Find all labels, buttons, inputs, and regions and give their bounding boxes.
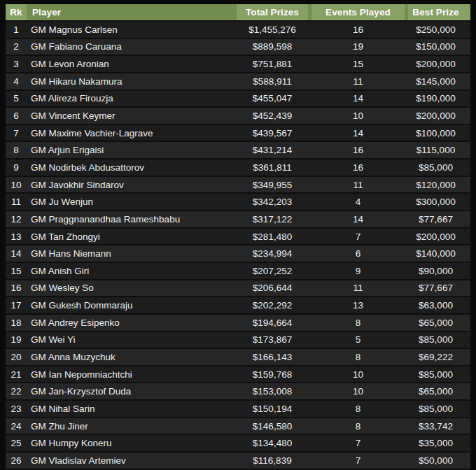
best-prize-cell: $85,000 [405,404,470,414]
column-header-total-prizes[interactable]: Total Prizes [237,4,308,20]
total-prizes-cell: $431,214 [237,145,308,155]
player-name-cell: GM Vladislav Artemiev [27,455,237,466]
best-prize-cell: $115,000 [405,145,470,155]
table-row[interactable]: 19GM Wei Yi$173,8675$85,000 [6,331,470,348]
total-prizes-cell: $361,811 [237,162,308,173]
player-name-cell: GM Levon Aronian [27,59,237,69]
rank-cell: 9 [6,162,27,173]
best-prize-cell: $69,222 [405,352,470,362]
best-prize-cell: $33,742 [405,421,470,432]
best-prize-cell: $250,000 [405,24,470,35]
player-name-cell: GM Magnus Carlsen [27,24,237,35]
column-header-player[interactable]: Player [27,4,237,20]
rank-cell: 15 [6,266,27,276]
events-played-cell: 5 [308,334,405,345]
table-row[interactable]: 4GM Hikaru Nakamura$588,91111$145,000 [6,72,470,90]
best-prize-cell: $300,000 [405,197,470,207]
player-name-cell: GM Anish Giri [27,266,237,276]
rank-cell: 10 [6,180,27,190]
best-prize-cell: $63,000 [405,300,470,311]
rank-cell: 16 [6,283,27,293]
best-prize-cell: $120,000 [405,180,470,190]
table-row[interactable]: 26GM Vladislav Artemiev$116,8397$50,000 [6,451,470,469]
player-name-cell: GM Fabiano Caruana [27,41,237,52]
total-prizes-cell: $317,122 [237,214,308,225]
events-played-cell: 11 [308,283,405,293]
total-prizes-cell: $751,881 [237,59,308,69]
table-row[interactable]: 16GM Wesley So$206,64411$77,667 [6,279,470,297]
events-played-cell: 10 [308,369,405,380]
table-row[interactable]: 13GM Tan Zhongyi$281,4807$200,000 [6,227,470,245]
events-played-cell: 16 [308,145,405,155]
rank-cell: 13 [6,232,27,242]
table-row[interactable]: 20GM Anna Muzychuk$166,1438$69,222 [6,348,470,365]
rank-cell: 14 [6,248,27,259]
events-played-cell: 13 [308,300,405,311]
table-row[interactable]: 12GM Praggnanandhaa Rameshbabu$317,12214… [6,210,470,227]
column-header-rank[interactable]: Rk [6,4,27,20]
events-played-cell: 10 [308,111,405,121]
total-prizes-cell: $452,439 [237,111,308,121]
rank-cell: 3 [6,59,27,69]
rank-cell: 21 [6,369,27,380]
rank-cell: 8 [6,145,27,155]
total-prizes-cell: $116,839 [237,455,308,466]
table-row[interactable]: 23GM Nihal Sarin$150,1948$85,000 [6,399,470,417]
column-header-events-played[interactable]: Events Played [308,4,405,20]
prize-table: Rk Player Total Prizes Events Played Bes… [6,4,470,469]
table-row[interactable]: 25GM Humpy Koneru$134,4807$35,000 [6,434,470,451]
table-row[interactable]: 22GM Jan-Krzysztof Duda$153,00810$65,000 [6,382,470,399]
rank-cell: 17 [6,300,27,311]
total-prizes-cell: $342,203 [237,197,308,207]
table-row[interactable]: 8GM Arjun Erigaisi$431,21416$115,000 [6,141,470,158]
best-prize-cell: $85,000 [405,369,470,380]
events-played-cell: 7 [308,438,405,448]
player-name-cell: GM Andrey Esipenko [27,318,237,328]
table-row[interactable]: 10GM Javokhir Sindarov$349,95511$120,000 [6,176,470,193]
table-row[interactable]: 7GM Maxime Vachier-Lagrave$439,56714$100… [6,124,470,141]
column-header-best-prize[interactable]: Best Prize [405,4,470,20]
rank-cell: 2 [6,41,27,52]
events-played-cell: 7 [308,455,405,466]
total-prizes-cell: $202,292 [237,300,308,311]
player-name-cell: GM Gukesh Dommaraju [27,300,237,311]
rank-cell: 20 [6,352,27,362]
best-prize-cell: $200,000 [405,59,470,69]
table-row[interactable]: 15GM Anish Giri$207,2529$90,000 [6,262,470,279]
events-played-cell: 7 [308,232,405,242]
player-name-cell: GM Alireza Firouzja [27,93,237,104]
best-prize-cell: $200,000 [405,111,470,121]
table-row[interactable]: 14GM Hans Niemann$234,9946$140,000 [6,244,470,262]
total-prizes-cell: $439,567 [237,128,308,138]
table-row[interactable]: 21GM Ian Nepomniachtchi$159,76810$85,000 [6,365,470,383]
events-played-cell: 9 [308,266,405,276]
player-name-cell: GM Javokhir Sindarov [27,180,237,190]
table-row[interactable]: 18GM Andrey Esipenko$194,6648$65,000 [6,313,470,331]
table-row[interactable]: 24GM Zhu Jiner$146,5808$33,742 [6,417,470,434]
best-prize-cell: $50,000 [405,455,470,466]
table-row[interactable]: 6GM Vincent Keymer$452,43910$200,000 [6,106,470,124]
table-row[interactable]: 2GM Fabiano Caruana$889,59819$150,000 [6,38,470,55]
events-played-cell: 19 [308,41,405,52]
events-played-cell: 11 [308,76,405,87]
total-prizes-cell: $1,455,276 [237,24,308,35]
rank-cell: 19 [6,334,27,345]
best-prize-cell: $77,667 [405,283,470,293]
rank-cell: 12 [6,214,27,225]
table-row[interactable]: 3GM Levon Aronian$751,88115$200,000 [6,55,470,72]
rank-cell: 25 [6,438,27,448]
events-played-cell: 8 [308,404,405,414]
table-row[interactable]: 11GM Ju Wenjun$342,2034$300,000 [6,192,470,210]
table-row[interactable]: 5GM Alireza Firouzja$455,04714$190,000 [6,90,470,107]
table-row[interactable]: 9GM Nodirbek Abdusattorov$361,81116$85,0… [6,158,470,176]
total-prizes-cell: $153,008 [237,386,308,397]
best-prize-cell: $90,000 [405,266,470,276]
rank-cell: 7 [6,128,27,138]
table-row[interactable]: 1GM Magnus Carlsen$1,455,27616$250,000 [6,20,470,38]
table-row[interactable]: 17GM Gukesh Dommaraju$202,29213$63,000 [6,296,470,313]
events-played-cell: 4 [308,197,405,207]
rank-cell: 6 [6,111,27,121]
total-prizes-cell: $281,480 [237,232,308,242]
player-name-cell: GM Zhu Jiner [27,421,237,432]
total-prizes-cell: $207,252 [237,266,308,276]
